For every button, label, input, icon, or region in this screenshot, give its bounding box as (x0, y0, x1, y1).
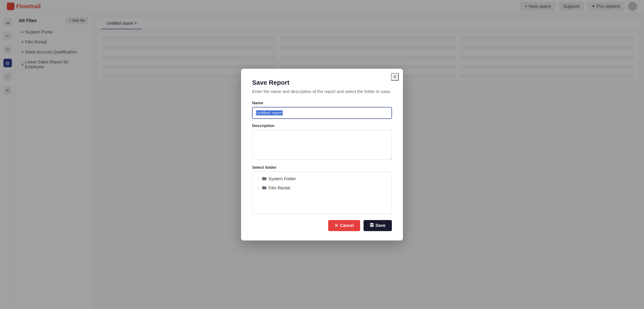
folder-icon-film-rental (262, 186, 266, 190)
folder-name-film-rental: Film Rental (268, 186, 290, 190)
save-label: Save (376, 223, 386, 228)
modal-overlay: ✕ Save Report Enter the name and descrip… (0, 0, 644, 309)
modal-title: Save Report (252, 79, 392, 86)
svg-rect-1 (262, 177, 264, 178)
report-name-input[interactable] (252, 107, 392, 119)
cancel-label: Cancel (340, 223, 354, 228)
modal-close-button[interactable]: ✕ (391, 73, 399, 81)
name-field-label: Name (252, 101, 392, 105)
folder-icon-system (262, 176, 266, 181)
save-icon (370, 223, 374, 228)
folder-item-system[interactable]: › System Folder (254, 174, 390, 183)
folder-tree: › System Folder › Film Rental (252, 172, 392, 214)
svg-rect-2 (262, 186, 266, 189)
svg-rect-5 (371, 223, 373, 225)
svg-rect-3 (262, 186, 264, 187)
folder-chevron-system: › (256, 177, 260, 180)
modal-actions: ✕ Cancel Save (252, 220, 392, 231)
folder-item-film-rental[interactable]: › Film Rental (254, 183, 390, 193)
folder-chevron-film-rental: › (256, 186, 260, 190)
svg-rect-6 (370, 225, 373, 226)
cancel-icon: ✕ (334, 223, 338, 228)
svg-rect-7 (371, 225, 372, 226)
report-description-textarea[interactable] (252, 130, 392, 160)
folder-section-label: Select folder (252, 165, 392, 170)
svg-rect-0 (262, 177, 266, 180)
save-report-modal: ✕ Save Report Enter the name and descrip… (241, 69, 403, 241)
modal-subtitle: Enter the name and description of the re… (252, 88, 392, 95)
description-field-label: Description (252, 123, 392, 128)
cancel-button[interactable]: ✕ Cancel (328, 220, 360, 231)
save-button[interactable]: Save (364, 220, 392, 231)
folder-name-system: System Folder (268, 176, 296, 181)
